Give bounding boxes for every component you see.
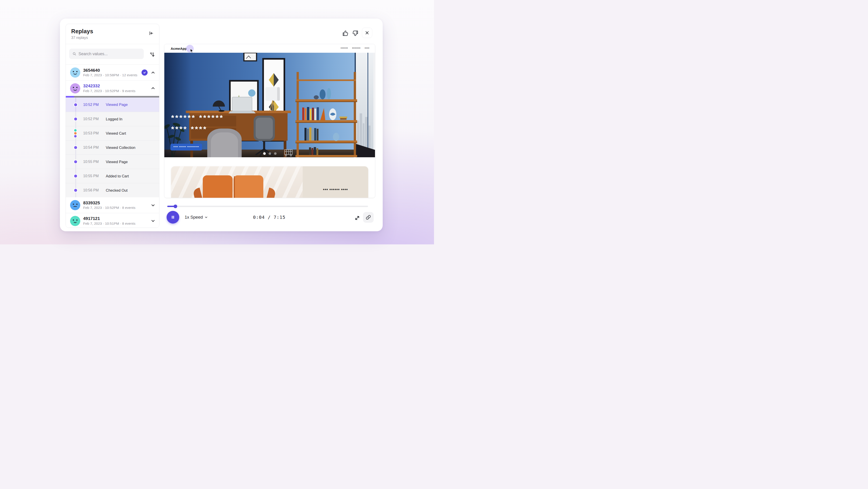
playback-speed-selector[interactable]: 1x Speed xyxy=(185,214,208,221)
search-section xyxy=(66,44,159,64)
event-time: 10:56 PM xyxy=(83,188,106,192)
carousel-dot-2[interactable] xyxy=(269,152,271,155)
chevron-down-icon[interactable] xyxy=(151,219,156,223)
copy-link-button[interactable] xyxy=(363,212,374,223)
masked-nav-item[interactable]: ******* xyxy=(352,47,361,50)
event-row-checked-out[interactable]: 10:56 PMChecked Out xyxy=(66,183,159,197)
event-dot xyxy=(74,189,77,192)
avatar xyxy=(70,67,80,78)
close-icon xyxy=(365,30,370,35)
replay-item-3242332[interactable]: 3242332Feb 7, 2023 · 10:52PM · 9 events xyxy=(66,80,159,96)
masked-cta-button[interactable]: **** ****** ********** xyxy=(170,144,202,150)
event-label: Viewed Page xyxy=(106,160,128,164)
event-time: 10:53 PM xyxy=(83,131,106,135)
hero-illustration xyxy=(164,53,375,157)
event-time: 10:55 PM xyxy=(83,160,106,164)
seekbar-handle[interactable] xyxy=(174,205,177,208)
replay-row-actions xyxy=(151,86,156,91)
replayed-product-card: *** ****** **** xyxy=(171,166,368,198)
carousel-dots[interactable] xyxy=(264,152,277,155)
thumbs-down-button[interactable] xyxy=(351,29,359,37)
carousel-dot-3[interactable] xyxy=(274,152,277,155)
masked-product-text: *** ****** **** xyxy=(323,188,348,198)
thumbs-down-icon xyxy=(352,30,359,37)
page-background: Replays 37 replays xyxy=(0,0,434,244)
event-label: Viewed Page xyxy=(106,103,128,107)
replay-id: 8339325 xyxy=(83,200,135,205)
replayed-site-navbar: AcmeApp ***************** xyxy=(164,44,375,53)
chevron-down-icon[interactable] xyxy=(151,203,156,208)
carousel-dot-1[interactable] xyxy=(264,152,266,155)
collapse-sidebar-button[interactable] xyxy=(148,30,155,37)
avatar xyxy=(70,200,80,210)
replay-item-3654640[interactable]: 3654640Feb 7, 2023 · 10:58PM · 12 events xyxy=(66,65,159,80)
site-logo: AcmeApp xyxy=(170,47,187,51)
chevron-up-icon[interactable] xyxy=(151,86,156,91)
selected-check-badge xyxy=(142,69,148,76)
avatar xyxy=(70,83,80,93)
event-dot-group xyxy=(74,129,76,138)
replay-id: 3242332 xyxy=(83,84,135,88)
playback-seekbar[interactable] xyxy=(167,206,368,207)
event-row-viewed-page[interactable]: 10:52 PMViewed Page xyxy=(66,97,159,112)
session-progress-strip xyxy=(66,96,159,97)
replay-id: 4917121 xyxy=(83,216,135,221)
replay-viewport: AcmeApp ***************** xyxy=(164,44,375,198)
speed-label: 1x Speed xyxy=(185,215,203,220)
event-label: Viewed Collection xyxy=(106,145,135,150)
event-dot xyxy=(74,132,76,135)
replays-sidebar: Replays 37 replays xyxy=(66,24,159,228)
masked-nav-links: ***************** xyxy=(341,47,370,50)
search-input-container xyxy=(69,49,144,59)
page-title: Replays xyxy=(71,28,154,35)
replayed-hero-section: ****** ****** **** **** **** ****** ****… xyxy=(164,53,375,157)
event-row-added-to-cart[interactable]: 10:55 PMAdded to Cart xyxy=(66,169,159,183)
chevron-down-icon xyxy=(204,215,208,219)
masked-nav-item[interactable]: **** xyxy=(365,47,370,50)
event-dot xyxy=(74,129,76,132)
close-modal-button[interactable] xyxy=(362,28,372,38)
replay-id: 3654640 xyxy=(83,68,137,73)
avatar-face xyxy=(70,216,80,226)
event-dot xyxy=(74,103,77,106)
pause-icon xyxy=(170,215,176,220)
event-dot xyxy=(74,118,77,121)
event-dot xyxy=(74,135,76,138)
pause-button[interactable] xyxy=(166,211,179,224)
avatar-face xyxy=(70,83,80,93)
sofa-photo xyxy=(171,166,303,198)
replay-meta: Feb 7, 2023 · 10:52PM · 8 events xyxy=(83,206,135,210)
replay-item-8339325[interactable]: 8339325Feb 7, 2023 · 10:52PM · 8 events xyxy=(66,197,159,213)
masked-nav-item[interactable]: ****** xyxy=(341,47,348,50)
search-input[interactable] xyxy=(79,52,141,56)
event-row-viewed-collection[interactable]: 10:54 PMViewed Collection xyxy=(66,140,159,154)
thumbs-up-button[interactable] xyxy=(342,29,349,37)
expand-icon xyxy=(353,214,360,221)
sort-descending-icon xyxy=(149,52,155,57)
event-time: 10:52 PM xyxy=(83,117,106,121)
event-time: 10:54 PM xyxy=(83,145,106,150)
replay-list-top: 3654640Feb 7, 2023 · 10:58PM · 12 events… xyxy=(66,65,159,96)
event-time: 10:55 PM xyxy=(83,174,106,178)
mouse-cursor-icon xyxy=(190,49,194,53)
sort-replays-button[interactable] xyxy=(149,51,156,58)
fullscreen-button[interactable] xyxy=(353,213,361,221)
replay-row-actions xyxy=(151,203,156,208)
event-dot-group xyxy=(74,118,77,121)
event-row-viewed-cart[interactable]: 10:53 PMViewed Cart xyxy=(66,126,159,140)
avatar xyxy=(70,216,80,226)
chevron-up-icon[interactable] xyxy=(151,70,156,75)
avatar-face xyxy=(70,67,80,78)
product-info-panel: *** ****** **** xyxy=(303,166,368,198)
replay-meta: Feb 7, 2023 · 10:58PM · 12 events xyxy=(83,73,137,77)
event-time: 10:52 PM xyxy=(83,103,106,107)
event-row-viewed-page[interactable]: 10:55 PMViewed Page xyxy=(66,154,159,169)
replay-count: 37 replays xyxy=(71,36,154,40)
event-dot-group xyxy=(74,146,77,149)
search-icon xyxy=(72,52,76,56)
replay-item-4917121[interactable]: 4917121Feb 7, 2023 · 10:51PM · 8 events xyxy=(66,213,159,228)
event-timeline: 10:52 PMViewed Page10:52 PMLogged In10:5… xyxy=(66,97,159,197)
replay-text: 8339325Feb 7, 2023 · 10:52PM · 8 events xyxy=(83,200,135,210)
event-label: Viewed Cart xyxy=(106,131,126,136)
event-row-logged-in[interactable]: 10:52 PMLogged In xyxy=(66,112,159,126)
